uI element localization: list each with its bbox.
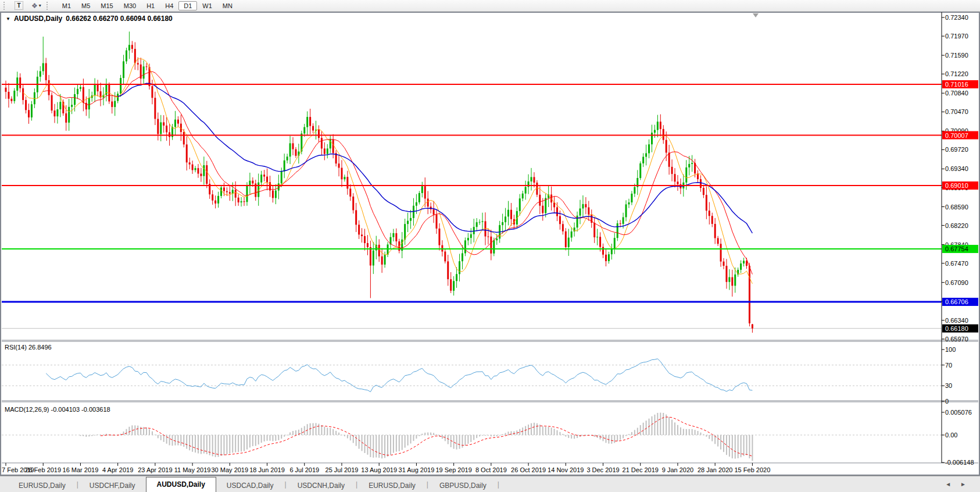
- candle-body: [183, 132, 185, 144]
- macd-bar: [330, 428, 331, 435]
- macd-bar: [166, 435, 167, 444]
- candle-body: [378, 245, 380, 256]
- candle-body: [22, 88, 24, 100]
- tabs-scroll-left-icon[interactable]: ◄: [945, 481, 951, 487]
- date-tick-label: 14 Nov 2019: [548, 466, 584, 473]
- macd-bar: [594, 435, 595, 437]
- macd-bar: [289, 433, 291, 435]
- chart-tab-audusd-2[interactable]: AUDUSD,Daily: [146, 477, 216, 492]
- chart-tab-usdcnh-4[interactable]: USDCNH,Daily: [287, 480, 355, 492]
- mt4-screen: T ❖ ▾ M1M5M15M30H1H4D1W1MN 0.723400.7197…: [0, 0, 980, 492]
- macd-bar: [292, 431, 294, 435]
- candle-body: [582, 204, 584, 209]
- candle-body: [711, 216, 713, 224]
- macd-bar: [304, 426, 305, 435]
- candle-body: [123, 61, 124, 78]
- macd-bar: [654, 415, 655, 435]
- candle-body: [324, 148, 326, 154]
- macd-bar: [548, 427, 549, 435]
- macd-bar: [519, 429, 520, 435]
- chart-tab-eurusd-0[interactable]: EURUSD,Daily: [8, 480, 76, 492]
- tabs-scroll-right-icon[interactable]: ►: [960, 481, 966, 487]
- macd-bar: [255, 435, 256, 446]
- candle-body: [639, 163, 641, 178]
- candle-body: [177, 120, 179, 124]
- macd-bar: [402, 435, 403, 450]
- price-tick-label: 0.67470: [945, 260, 968, 267]
- candle-body: [309, 117, 311, 126]
- tab-separator: |: [497, 480, 500, 489]
- macd-bar: [666, 415, 667, 435]
- macd-bar: [172, 435, 173, 445]
- macd-bar: [201, 435, 202, 454]
- macd-bar: [467, 435, 468, 444]
- macd-bar: [163, 435, 164, 442]
- candle-body: [94, 85, 96, 95]
- candle-body: [539, 195, 541, 206]
- macd-bar: [706, 435, 707, 437]
- price-tick-label: 0.68590: [945, 204, 968, 211]
- macd-bar: [405, 435, 406, 448]
- macd-bar: [169, 435, 170, 445]
- macd-bar: [657, 413, 658, 435]
- candle-body: [413, 206, 414, 218]
- macd-bar: [580, 435, 581, 437]
- candle-body: [154, 98, 156, 119]
- macd-bar: [327, 427, 328, 435]
- macd-bar: [174, 435, 176, 445]
- candle-body: [338, 163, 340, 167]
- candle-body: [505, 216, 506, 222]
- price-tick-label: 0.67090: [945, 279, 968, 286]
- candle-body: [189, 162, 191, 164]
- macd-bar: [229, 435, 230, 454]
- macd-bar: [373, 435, 374, 458]
- macd-bar: [158, 435, 159, 438]
- macd-bar: [149, 429, 150, 435]
- macd-bar: [134, 425, 135, 435]
- candle-body: [146, 66, 148, 67]
- candle-body: [137, 63, 139, 65]
- candle-body: [703, 188, 704, 195]
- candle-body: [410, 218, 412, 221]
- candle-body: [433, 209, 435, 215]
- macd-bar: [545, 427, 546, 435]
- candle-body: [605, 255, 607, 261]
- chart-tab-usdcad-3[interactable]: USDCAD,Daily: [216, 480, 284, 492]
- candle-body: [685, 167, 687, 183]
- chart-canvas[interactable]: 0.723400.719700.715900.712200.708400.704…: [0, 0, 980, 492]
- candle-body: [688, 164, 690, 167]
- macd-bar: [143, 427, 144, 435]
- candle-body: [462, 254, 463, 262]
- macd-bar: [284, 435, 285, 437]
- candle-body: [128, 45, 130, 50]
- candle-body: [453, 281, 455, 291]
- candle-body: [519, 198, 521, 211]
- macd-bar: [445, 435, 446, 441]
- macd-bar: [195, 435, 196, 452]
- date-tick-label: 15 Feb 2020: [735, 466, 771, 473]
- macd-bar: [671, 420, 673, 435]
- macd-bar: [628, 434, 630, 435]
- candle-body: [602, 247, 604, 255]
- macd-tick-label: -0.006148: [945, 459, 974, 466]
- date-tick-label: 25 Jul 2019: [326, 466, 359, 473]
- macd-bar: [459, 435, 460, 449]
- collapse-arrow-icon[interactable]: ▼: [6, 16, 10, 22]
- candle-body: [306, 117, 308, 127]
- macd-bar: [272, 435, 273, 441]
- chart-tab-gbpusd-6[interactable]: GBPUSD,Daily: [429, 480, 497, 492]
- macd-bar: [677, 425, 678, 435]
- candle-body: [427, 198, 429, 206]
- macd-label: MACD(12,26,9) -0.004103 -0.003618: [5, 406, 110, 413]
- candle-body: [8, 92, 9, 99]
- candle-body: [25, 100, 27, 110]
- macd-bar: [335, 431, 337, 435]
- candle-body: [731, 277, 733, 286]
- chart-tab-eurusd-5[interactable]: EURUSD,Daily: [358, 480, 426, 492]
- hline-price-label: 0.67754: [945, 245, 968, 252]
- macd-bar: [600, 435, 601, 440]
- macd-bar: [430, 433, 431, 435]
- chart-tab-usdchf-1[interactable]: USDCHF,Daily: [79, 480, 146, 492]
- candle-body: [395, 233, 397, 241]
- macd-bar: [350, 435, 351, 440]
